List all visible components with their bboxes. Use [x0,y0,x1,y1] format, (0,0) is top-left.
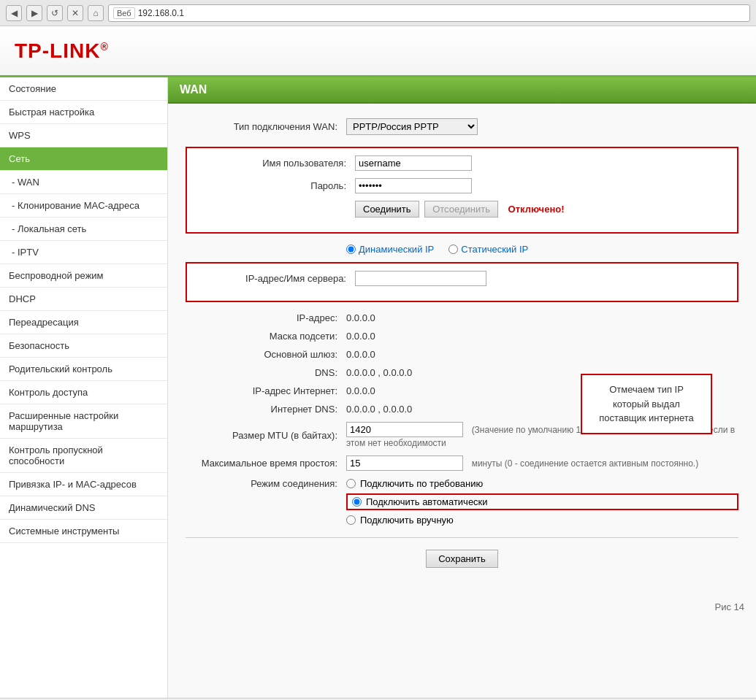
tp-link-header: TP-LINK® [0,26,756,77]
content-wrapper: Тип подключения WAN: PPTP/Россия PPTP Им… [168,104,756,615]
password-input[interactable] [355,178,472,193]
logo-text: TP-LINK [15,39,100,62]
reload-button[interactable]: ↺ [47,5,63,21]
server-ip-input[interactable] [355,271,486,286]
password-control [355,178,730,193]
server-ip-label: IP-адрес/Имя сервера: [194,273,355,284]
sidebar-item-tools[interactable]: Системные инструменты [0,520,167,543]
idle-control: минуты (0 - соединение остается активным… [346,455,738,471]
main-layout: Состояние Быстрая настройка WPS Сеть - W… [0,77,756,698]
conn-mode-3-radio[interactable] [346,515,356,525]
sidebar-item-wireless[interactable]: Беспроводной режим [0,264,167,288]
stop-button[interactable]: ✕ [67,5,83,21]
username-row: Имя пользователя: [194,155,730,171]
sidebar-item-routing[interactable]: Расширенные настройки маршрутиза [0,404,167,439]
gateway-label: Основной шлюз: [186,349,346,360]
server-ip-control [355,271,730,286]
sidebar-item-iptv[interactable]: - IPTV [0,241,167,264]
wan-type-control: PPTP/Россия PPTP [346,118,738,135]
browser-chrome: ◀ ▶ ↺ ✕ ⌂ Веб 192.168.0.1 [0,0,756,26]
ip-value: 0.0.0.0 [346,312,738,323]
gateway-value: 0.0.0.0 [346,349,738,360]
server-ip-box: IP-адрес/Имя сервера: [186,262,738,302]
sidebar: Состояние Быстрая настройка WPS Сеть - W… [0,77,168,698]
divider [186,537,738,538]
tooltip-box: Отмечаем тип IP который выдал поставщик … [581,374,712,434]
forward-button[interactable]: ▶ [26,5,42,21]
connect-button[interactable]: Соединить [355,201,419,218]
connect-row: Соединить Отсоединить Отключено! [194,201,730,218]
conn-mode-3-label[interactable]: Подключить вручную [346,515,738,526]
sidebar-item-ip-mac[interactable]: Привязка IP- и MAC-адресов [0,473,167,496]
sidebar-item-security[interactable]: Безопасность [0,334,167,358]
credentials-box: Имя пользователя: Пароль: [186,147,738,234]
wan-type-row: Тип подключения WAN: PPTP/Россия PPTP [186,118,738,135]
dynamic-ip-radio[interactable] [346,245,356,254]
mtu-input[interactable] [346,422,463,437]
conn-mode-1-label[interactable]: Подключить по требованию [346,478,738,489]
conn-mode-2-radio[interactable] [352,497,362,507]
subnet-value: 0.0.0.0 [346,331,738,342]
logo-mark: ® [100,40,108,52]
internet-ip-label: IP-адрес Интернет: [186,385,346,396]
wan-type-label: Тип подключения WAN: [186,121,346,132]
server-ip-row: IP-адрес/Имя сервера: [194,271,730,286]
disconnect-button[interactable]: Отсоединить [424,201,498,218]
tp-link-logo: TP-LINK® [15,39,109,63]
ip-label: IP-адрес: [186,312,346,323]
tooltip-text: Отмечаем тип IP который выдал поставщик … [599,384,694,423]
sidebar-item-ddns[interactable]: Динамический DNS [0,496,167,520]
address-bar[interactable]: Веб 192.168.0.1 [108,4,750,22]
home-button[interactable]: ⌂ [88,5,104,21]
content-area: WAN Тип подключения WAN: PPTP/Россия PPT… [168,77,756,698]
connect-control: Соединить Отсоединить Отключено! [355,201,730,218]
sidebar-item-lan[interactable]: - Локальная сеть [0,218,167,241]
page-title: WAN [168,77,756,104]
gateway-row: Основной шлюз: 0.0.0.0 [186,349,738,360]
connection-status: Отключено! [508,204,565,215]
password-label: Пароль: [194,180,355,191]
sidebar-item-bystray-nastroyka[interactable]: Быстрая настройка [0,101,167,124]
ip-row: IP-адрес: 0.0.0.0 [186,312,738,323]
dns-label: DNS: [186,367,346,378]
sidebar-item-mac-clone[interactable]: - Клонирование MAC-адреса [0,194,167,218]
idle-note: минуты (0 - соединение остается активным… [472,458,699,469]
password-row: Пароль: [194,178,730,193]
static-ip-radio[interactable] [448,245,458,254]
sidebar-item-sostoyanie[interactable]: Состояние [0,77,167,101]
subnet-label: Маска подсети: [186,331,346,342]
conn-mode-1-radio[interactable] [346,479,356,488]
connection-mode-control: Подключить по требованию Подключить авто… [346,478,738,526]
sidebar-item-parental[interactable]: Родительский контроль [0,358,167,381]
connection-mode-label: Режим соединения: [186,478,346,489]
sidebar-item-set[interactable]: Сеть [0,147,167,171]
save-row: Сохранить [186,550,738,568]
wan-type-select[interactable]: PPTP/Россия PPTP [346,118,478,135]
connection-mode-row: Режим соединения: Подключить по требован… [186,478,738,526]
idle-input[interactable] [346,455,463,471]
idle-row: Максимальное время простоя: минуты (0 - … [186,455,738,471]
username-label: Имя пользователя: [194,158,355,169]
sidebar-item-access[interactable]: Контроль доступа [0,381,167,404]
sidebar-item-forwarding[interactable]: Переадресация [0,311,167,334]
internet-dns-label: Интернет DNS: [186,404,346,415]
conn-mode-2-label[interactable]: Подключить автоматически [346,493,738,510]
sidebar-item-bandwidth[interactable]: Контроль пропускной способности [0,439,167,473]
mtu-label: Размер MTU (в байтах): [186,430,346,441]
back-button[interactable]: ◀ [6,5,22,21]
address-text: 192.168.0.1 [138,8,184,18]
sidebar-item-wps[interactable]: WPS [0,124,167,147]
static-ip-label[interactable]: Статический IP [448,244,528,255]
sidebar-item-dhcp[interactable]: DHCP [0,288,167,311]
username-input[interactable] [355,155,472,171]
fig-label: Рис 14 [168,594,756,615]
site-icon: Веб [113,7,135,19]
username-control [355,155,730,171]
idle-label: Максимальное время простоя: [186,458,346,469]
save-button[interactable]: Сохранить [426,550,498,568]
ip-type-row: Динамический IP Статический IP [346,244,738,255]
content-inner: Тип подключения WAN: PPTP/Россия PPTP Им… [168,104,756,594]
sidebar-item-wan[interactable]: - WAN [0,171,167,194]
dynamic-ip-label[interactable]: Динамический IP [346,244,434,255]
subnet-row: Маска подсети: 0.0.0.0 [186,331,738,342]
